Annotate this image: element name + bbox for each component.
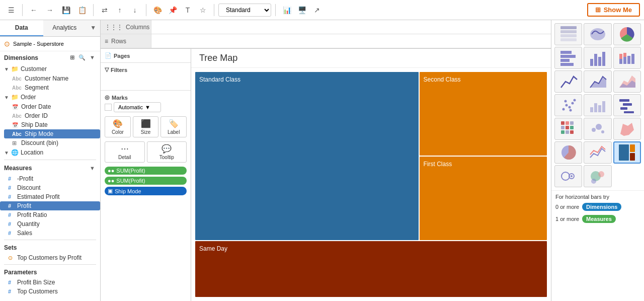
chart-pie[interactable] (613, 23, 641, 45)
forward-button[interactable]: → (43, 3, 57, 17)
chart-bar-horizontal[interactable] (554, 47, 582, 69)
tab-analytics[interactable]: Analytics (43, 20, 87, 36)
field-profit-ratio[interactable]: # Profit Ratio (0, 210, 100, 219)
new-sheet-button[interactable]: 📋 (75, 3, 89, 17)
swap-button[interactable]: ⇄ (98, 3, 112, 17)
chart-scatter-hist[interactable] (584, 94, 611, 116)
field-ship-mode[interactable]: Abc Ship Mode (4, 129, 100, 138)
marks-detail-card[interactable]: ⋯ Detail (105, 141, 145, 163)
field-profit[interactable]: # Profit (0, 201, 100, 210)
panel-arrow[interactable]: ▼ (86, 20, 100, 36)
field-sales[interactable]: # Sales (0, 229, 100, 238)
save-button[interactable]: 💾 (59, 3, 73, 17)
tab-data[interactable]: Data (0, 20, 43, 36)
marks-section: ◎ Marks Automatic ▼ 🎨 (101, 91, 191, 301)
location-group: ▼ 🌐 Location (0, 147, 100, 158)
chart-gantt[interactable] (613, 94, 641, 116)
text-button[interactable]: T (181, 3, 195, 17)
star-button[interactable]: ☆ (196, 3, 210, 17)
svg-rect-42 (566, 126, 569, 129)
chart-geo-map[interactable] (584, 23, 611, 45)
dimensions-collapse-icon[interactable]: ▼ (89, 53, 96, 62)
svg-rect-0 (560, 26, 577, 29)
chart-pie-2[interactable] (554, 141, 582, 164)
field-discount-bin[interactable]: ⊞ Discount (bin) (4, 138, 100, 147)
chart-area-filled[interactable] (613, 70, 641, 93)
field-label: Quantity (17, 220, 40, 228)
back-button[interactable]: ← (27, 3, 41, 17)
order-group-header[interactable]: ▼ 📁 Order (4, 92, 100, 102)
field-order-id[interactable]: Abc Order ID (4, 111, 100, 120)
chart-symbol-map[interactable] (584, 118, 611, 140)
svg-rect-18 (627, 56, 630, 64)
field-est-profit[interactable]: # Estimated Profit (0, 192, 100, 201)
device-icon[interactable]: 🖥️ (295, 3, 309, 17)
columns-shelf-content[interactable] (151, 20, 551, 34)
field-profit-bin-size[interactable]: # Profit Bin Size (0, 278, 100, 287)
marks-pill-sum-profit-color[interactable]: ●● SUM(Profit) (105, 167, 187, 175)
share-icon[interactable]: ↗ (310, 3, 324, 17)
svg-rect-19 (631, 54, 634, 64)
chart-filled-map[interactable] (613, 118, 641, 140)
cell-label-second: Second Class (424, 76, 461, 83)
workspace: ⋮⋮⋮ Columns ≡ Rows 📄 Pages (101, 20, 551, 301)
chart-area[interactable] (584, 70, 611, 93)
marks-size-card[interactable]: ⬛ Size (133, 116, 159, 137)
separator-5 (275, 4, 276, 16)
chart-circle-views[interactable] (554, 165, 582, 187)
field-top-customers[interactable]: ⊙ Top Customers by Profit (0, 253, 100, 262)
field-ship-date[interactable]: 📅 Ship Date (4, 120, 100, 129)
view-dropdown[interactable]: Standard (218, 4, 271, 17)
marks-auto-checkbox[interactable] (105, 104, 112, 111)
menu-icon[interactable]: ☰ (4, 3, 18, 17)
measures-collapse-icon[interactable]: ▼ (89, 164, 96, 172)
left-panel-scroll[interactable]: Dimensions ⊞ 🔍 ▼ ▼ 📁 Customer Abc Custom… (0, 51, 100, 301)
hash-icon-7: # (8, 230, 14, 236)
field-top-customers-param[interactable]: # Top Customers (0, 287, 100, 296)
chart-bar-stacked[interactable] (613, 47, 641, 69)
marks-type-dropdown[interactable]: Automatic ▼ (114, 102, 161, 112)
color-button[interactable]: 🎨 (150, 3, 165, 17)
data-source[interactable]: ⊙ Sample - Superstore (0, 37, 100, 51)
chart-bubble[interactable] (584, 165, 611, 187)
dimensions-search-icon[interactable]: 🔍 (77, 53, 87, 62)
location-group-header[interactable]: ▼ 🌐 Location (4, 147, 100, 158)
pin-button[interactable]: 📌 (166, 3, 180, 17)
divider-3 (4, 264, 96, 265)
sort-desc-button[interactable]: ↓ (128, 3, 142, 17)
rows-shelf-content[interactable] (151, 34, 551, 48)
chart-icon[interactable]: 📊 (280, 3, 294, 17)
chart-text-table[interactable] (554, 23, 582, 45)
field-segment[interactable]: Abc Segment (4, 83, 100, 92)
sort-asc-button[interactable]: ↑ (113, 3, 127, 17)
svg-point-28 (573, 99, 576, 102)
marks-dropdown-arrow: ▼ (145, 104, 150, 110)
dimensions-grid-icon[interactable]: ⊞ (69, 53, 75, 62)
show-me-button[interactable]: ⊞ Show Me (587, 3, 640, 17)
chart-scatter[interactable] (554, 94, 582, 116)
chart-type-grid (551, 20, 644, 190)
field-quantity[interactable]: # Quantity (0, 219, 100, 229)
marks-pill-ship-mode[interactable]: ▣ Ship Mode (105, 187, 187, 195)
svg-rect-10 (590, 59, 593, 66)
customer-group-header[interactable]: ▼ 📁 Customer (4, 64, 100, 74)
pages-icon: 📄 (105, 52, 112, 59)
measures-icons: ▼ (89, 164, 96, 172)
pages-label-text: Pages (114, 53, 130, 59)
chart-heat-map[interactable] (554, 118, 582, 140)
field-customer-name[interactable]: Abc Customer Name (4, 74, 100, 83)
field-discount[interactable]: # Discount (0, 183, 100, 192)
marks-color-card[interactable]: 🎨 Color (105, 116, 131, 137)
marks-tooltip-card[interactable]: 💬 Tooltip (147, 141, 187, 163)
treemap-cell-standard: Standard Class (195, 72, 419, 240)
marks-pill-sum-profit-size[interactable]: ●● SUM(Profit) (105, 177, 187, 185)
chart-treemap[interactable] (613, 141, 641, 164)
svg-point-57 (571, 175, 573, 177)
chart-line[interactable] (554, 70, 582, 93)
chart-line-dual[interactable] (584, 141, 611, 164)
field-order-date[interactable]: 📅 Order Date (4, 102, 100, 111)
field-neg-profit[interactable]: # -Profit (0, 174, 100, 183)
chart-bar-vertical[interactable] (584, 47, 611, 69)
marks-label-card[interactable]: 🏷️ Label (160, 116, 187, 137)
svg-rect-15 (619, 54, 622, 59)
